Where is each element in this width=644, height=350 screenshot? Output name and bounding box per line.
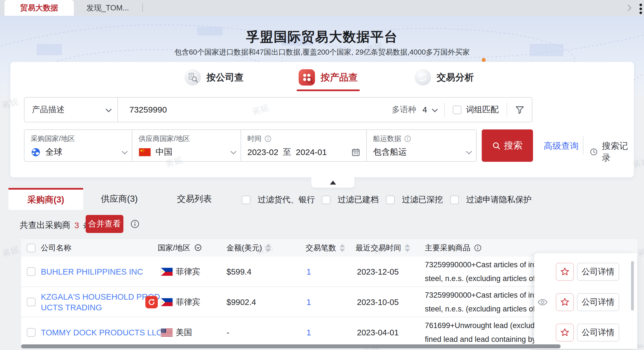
vertical-scrollbar[interactable] [631,261,634,311]
row-actions: 公司详情 [534,293,637,311]
filter-option-label: 过滤申请隐私保护 [466,194,532,205]
tab-search-by-company[interactable]: 按公司查 [185,69,244,86]
shipping-value: 包含船运 [373,146,407,158]
search-history-label: 搜索记录 [602,140,634,164]
tab-overflow-chevron-icon[interactable] [625,5,632,11]
row-checkbox[interactable] [27,267,35,276]
search-history-link[interactable]: 搜索记录 [590,140,634,164]
tab-transaction-list[interactable]: 交易列表 [177,188,212,210]
country-flag-icon [161,317,173,348]
info-icon [474,244,482,252]
select-all-checkbox[interactable] [27,244,35,252]
calendar-icon[interactable] [351,147,361,157]
company-search-icon [185,69,201,86]
header-amount: 金额(美元) [226,243,262,253]
tab-divider [142,3,143,12]
tab-buyers[interactable]: 采购商(3) [8,188,83,210]
company-name-line: TOMMY DOCK PRODUCTS LLC [41,327,162,338]
country-name: 美国 [176,317,192,348]
time-separator: 至 [283,146,291,158]
favorite-star-button[interactable] [556,293,574,311]
divider [507,102,507,117]
horizontal-scrollbar-thumb[interactable] [21,344,561,348]
browser-menu-icon[interactable] [639,2,644,15]
favorite-star-button[interactable] [556,263,574,281]
merge-view-button[interactable]: 合并查看 [86,215,123,233]
active-tab-underline [297,89,360,91]
transaction-count-link[interactable]: 1 [307,317,311,348]
multilang-count: 4 [423,105,427,115]
sort-amount[interactable] [265,244,271,252]
filter-funnel-icon[interactable] [515,105,525,115]
product-line: 73259990000+Cast articles of iro [425,288,537,302]
supplier-country-label: 供应商国家/地区 [139,134,190,143]
tab-label: 按公司查 [206,71,244,84]
company-name-link[interactable]: BUHLER PHILIPPINES INC [41,257,143,287]
collapse-panel-button[interactable] [311,177,354,188]
browser-tab-discover[interactable]: 发现_TOM... [74,0,141,16]
chevron-down-icon [230,149,236,154]
filter-privacy-checkbox[interactable] [450,196,459,204]
phrase-match-checkbox[interactable] [453,106,461,114]
platform-title: 孚盟国际贸易大数据平台 [0,28,644,46]
company-detail-button[interactable]: 公司详情 [577,324,619,342]
browser-tab-trade-data[interactable]: 贸易大数据 [5,0,74,16]
row-checkbox[interactable] [27,328,35,337]
eye-icon[interactable] [538,297,548,308]
company-name-link[interactable]: KZGALA'S HOUSEHOLD PRODUCTS TRADING [41,287,160,317]
filter-option-label: 过滤已深挖 [402,194,443,205]
last-transaction-date: 2023-04-01 [357,317,399,348]
product-search-icon [299,69,315,86]
company-name-line: UCTS TRADING [41,302,102,313]
filter-deep-mined-checkbox[interactable] [386,196,395,204]
amount-usd: - [226,317,229,348]
company-detail-button[interactable]: 公司详情 [577,293,619,311]
search-button[interactable]: 搜索 [482,129,533,162]
field-select-value: 产品描述 [32,104,65,115]
favorite-star-button[interactable] [556,324,574,342]
tab-suppliers[interactable]: 供应商(3) [101,188,138,210]
info-icon [404,135,411,142]
search-input[interactable] [118,105,372,115]
header-last-date: 最近交易时间 [356,243,401,253]
watermark: 蒋妮 [1,244,21,260]
transaction-count-link[interactable]: 1 [307,287,311,317]
phrase-match-label: 词组匹配 [466,104,499,115]
row-checkbox[interactable] [27,298,35,306]
buyer-country-filter[interactable]: 采购国家/地区 全球 [24,129,132,162]
shipping-data-filter[interactable]: 船运数据 包含船运 [366,129,477,162]
sort-transactions[interactable] [339,244,345,252]
time-to-value: 2024-01 [296,147,327,157]
time-from-value: 2023-02 [247,147,278,157]
sort-last-date[interactable] [405,244,410,252]
company-detail-button[interactable]: 公司详情 [577,263,619,281]
transaction-count-link[interactable]: 1 [307,257,311,287]
time-range-filter[interactable]: 时间 2023-02 至 2024-01 [241,129,367,162]
tab-search-by-product[interactable]: 按产品查 [299,69,358,86]
chevron-down-icon[interactable] [432,106,438,112]
country-filter-icon[interactable] [194,244,202,252]
filter-option-label: 过滤货代、银行 [258,194,315,205]
supplier-country-value: 中国 [156,146,172,158]
analysis-icon [415,69,431,86]
amount-usd: $599.4 [226,257,252,287]
tab-label: 按产品查 [321,71,358,84]
tab-trade-analysis[interactable]: 交易分析 [415,69,474,86]
amount-usd: $9902.4 [226,287,256,317]
buyer-country-label: 采购国家/地区 [31,134,75,143]
globe-icon [31,147,41,157]
browser-tab-bar: 贸易大数据 发现_TOM... [0,0,644,16]
filter-archived-checkbox[interactable] [322,196,330,204]
country-name: 菲律宾 [176,257,200,287]
company-name-link[interactable]: TOMMY DOCK PRODUCTS LLC [41,317,162,348]
product-line: steel, n.e.s. (excluding articles of n [425,272,541,286]
shipping-label: 船运数据 [373,134,401,143]
filter-forwarder-bank-checkbox[interactable] [242,196,250,204]
search-field-select[interactable]: 产品描述 [25,98,118,122]
advanced-search-link[interactable]: 高级查询 [544,140,579,152]
header-country: 国家/地区 [158,243,190,253]
search-options: 多语种 4 词组匹配 [392,102,532,117]
company-name-line: BUHLER PHILIPPINES INC [41,266,143,277]
info-icon [264,135,272,142]
supplier-country-filter[interactable]: 供应商国家/地区 中国 [132,129,241,162]
